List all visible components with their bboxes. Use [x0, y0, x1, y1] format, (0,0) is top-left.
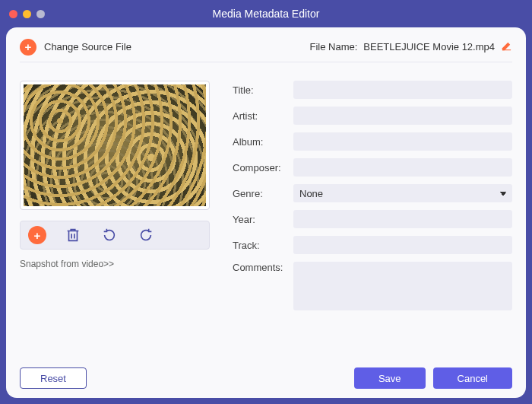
- maximize-window-button[interactable]: [36, 10, 45, 18]
- change-source-file-label: Change Source File: [44, 41, 131, 52]
- topbar: + Change Source File File Name: BEETLEJU…: [20, 37, 512, 62]
- track-input[interactable]: [293, 236, 512, 254]
- cancel-button[interactable]: Cancel: [433, 367, 512, 389]
- year-label: Year:: [233, 214, 293, 225]
- artwork-thumbnail-frame: [20, 81, 210, 210]
- delete-artwork-button[interactable]: [63, 225, 83, 245]
- pencil-icon: [501, 40, 512, 52]
- filename-label: File Name:: [309, 41, 357, 52]
- track-label: Track:: [233, 240, 293, 251]
- rotate-right-button[interactable]: [136, 225, 156, 245]
- comments-label: Comments:: [233, 262, 293, 273]
- metadata-form: Title: Artist: Album: Composer: Genre: N…: [233, 81, 512, 361]
- filename-display: File Name: BEETLEJUICE Movie 12.mp4: [309, 40, 512, 54]
- album-label: Album:: [233, 136, 293, 148]
- rotate-left-icon: [101, 227, 118, 243]
- artist-label: Artist:: [233, 110, 293, 122]
- genre-select[interactable]: None: [293, 184, 512, 202]
- save-button[interactable]: Save: [354, 367, 426, 389]
- reset-button[interactable]: Reset: [20, 367, 87, 389]
- body: +: [20, 62, 512, 361]
- artwork-toolbar: +: [20, 221, 210, 250]
- change-source-file-button[interactable]: + Change Source File: [20, 39, 131, 56]
- titlebar: Media Metadata Editor: [0, 0, 532, 27]
- footer: Reset Save Cancel: [20, 361, 512, 389]
- window-controls: [9, 10, 45, 18]
- main-card: + Change Source File File Name: BEETLEJU…: [6, 27, 526, 398]
- filename-value: BEETLEJUICE Movie 12.mp4: [363, 41, 495, 52]
- title-input[interactable]: [293, 81, 512, 99]
- composer-input[interactable]: [293, 158, 512, 177]
- comments-textarea[interactable]: [293, 262, 512, 310]
- snapshot-from-video-link[interactable]: Snapshot from video>>: [20, 259, 210, 269]
- composer-label: Composer:: [233, 162, 293, 173]
- artwork-panel: +: [20, 81, 210, 361]
- artist-input[interactable]: [293, 107, 512, 125]
- close-window-button[interactable]: [9, 10, 17, 18]
- rotate-right-icon: [138, 227, 154, 243]
- plus-icon: +: [20, 39, 36, 56]
- genre-label: Genre:: [233, 188, 293, 199]
- artwork-thumbnail[interactable]: [24, 84, 206, 206]
- trash-icon: [65, 227, 81, 243]
- title-label: Title:: [233, 84, 293, 96]
- minimize-window-button[interactable]: [23, 10, 31, 18]
- year-input[interactable]: [293, 210, 512, 228]
- app-title: Media Metadata Editor: [0, 8, 532, 20]
- edit-filename-button[interactable]: [501, 40, 512, 54]
- add-artwork-button[interactable]: +: [28, 226, 46, 244]
- rotate-left-button[interactable]: [100, 225, 119, 245]
- album-input[interactable]: [293, 132, 512, 151]
